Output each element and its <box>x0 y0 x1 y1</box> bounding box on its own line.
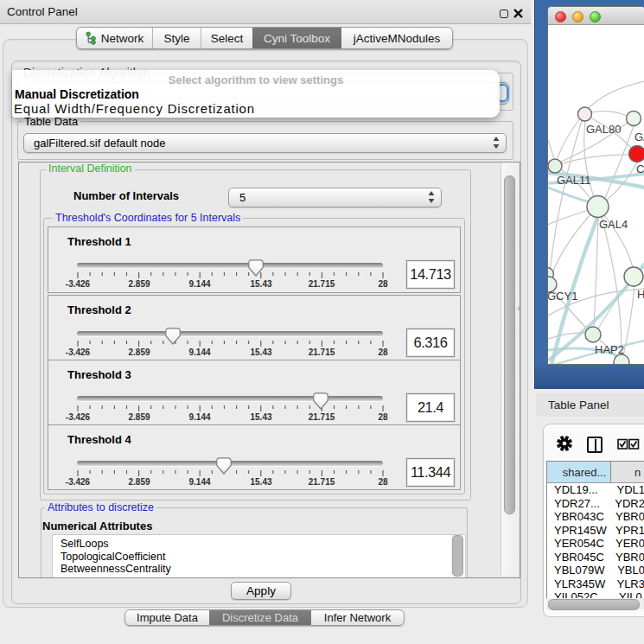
svg-text:GAL11: GAL11 <box>557 174 591 187</box>
svg-text:C: C <box>636 163 644 175</box>
svg-text:GCY1: GCY1 <box>548 290 577 303</box>
svg-text:H: H <box>637 288 644 301</box>
svg-text:HAP2: HAP2 <box>595 343 624 356</box>
svg-text:GAL80: GAL80 <box>586 123 621 136</box>
svg-text:GAL4: GAL4 <box>599 218 628 231</box>
svg-text:GA: GA <box>634 131 644 143</box>
